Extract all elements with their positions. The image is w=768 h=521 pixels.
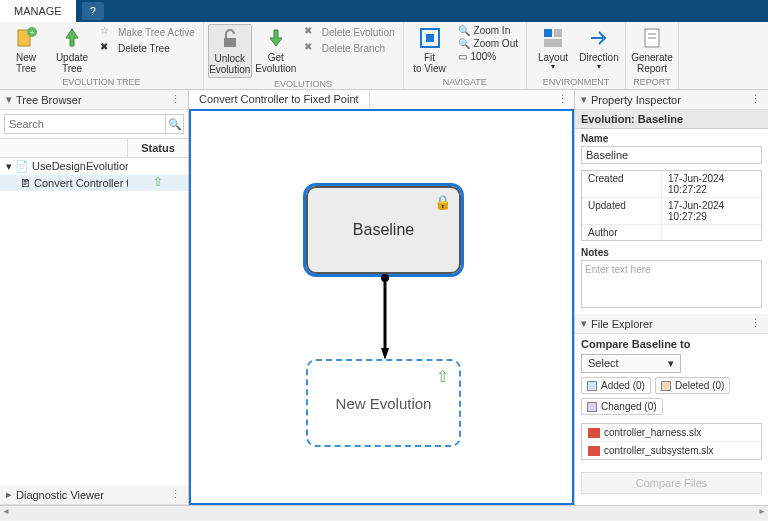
layout-button[interactable]: Layout▾ xyxy=(531,24,575,74)
expand-icon: ▸ xyxy=(6,488,12,501)
simulink-icon xyxy=(588,428,600,438)
fit-icon xyxy=(418,26,442,50)
file-row[interactable]: controller_harness.slx xyxy=(582,424,761,442)
status-column-header: Status xyxy=(128,139,188,157)
properties-table: Created17-Jun-2024 10:27:22 Updated17-Ju… xyxy=(581,170,762,241)
zoom-100-button[interactable]: ▭100% xyxy=(454,50,522,63)
make-tree-active-button[interactable]: ☆Make Tree Active xyxy=(96,24,199,40)
panel-menu-icon[interactable]: ⋮ xyxy=(551,90,574,109)
delete-evolution-button[interactable]: ✖Delete Evolution xyxy=(300,24,399,40)
up-arrow-icon: ⇧ xyxy=(153,175,163,189)
generate-report-button[interactable]: Generate Report xyxy=(630,24,674,76)
star-icon: ☆ xyxy=(100,25,114,39)
search-input[interactable] xyxy=(4,114,166,134)
panel-menu-icon[interactable]: ⋮ xyxy=(750,93,762,106)
connector-arrow xyxy=(381,274,389,360)
horizontal-scrollbar[interactable] xyxy=(0,505,768,519)
new-tree-button[interactable]: + New Tree xyxy=(4,24,48,76)
panel-menu-icon[interactable]: ⋮ xyxy=(170,93,182,106)
group-label: REPORT xyxy=(630,76,674,87)
changed-badge[interactable]: Changed (0) xyxy=(581,398,663,415)
delete-tree-button[interactable]: ✖Delete Tree xyxy=(96,40,199,56)
group-label: EVOLUTIONS xyxy=(208,78,399,89)
update-tree-icon xyxy=(60,26,84,50)
diagnostic-viewer-header[interactable]: ▸ Diagnostic Viewer ⋮ xyxy=(0,485,188,505)
added-badge[interactable]: Added (0) xyxy=(581,377,651,394)
delete-icon: ✖ xyxy=(100,41,114,55)
evolution-canvas[interactable]: 🔒 Baseline ⇧ New Evolution xyxy=(189,109,574,505)
direction-icon xyxy=(587,26,611,50)
delete-branch-icon: ✖ xyxy=(304,41,318,55)
svg-rect-8 xyxy=(544,39,562,47)
new-evolution-label: New Evolution xyxy=(336,395,432,412)
evolution-subheader: Evolution: Baseline xyxy=(575,110,768,129)
chevron-down-icon: ▾ xyxy=(668,357,674,370)
baseline-label: Baseline xyxy=(353,221,414,239)
notes-field[interactable]: Enter text here xyxy=(581,260,762,308)
zoom-out-button[interactable]: 🔍Zoom Out xyxy=(454,37,522,50)
collapse-icon[interactable]: ▾ xyxy=(6,93,12,106)
compare-files-button: Compare Files xyxy=(581,472,762,494)
collapse-icon[interactable]: ▾ xyxy=(581,93,587,106)
panel-menu-icon[interactable]: ⋮ xyxy=(170,488,182,501)
zoom-100-icon: ▭ xyxy=(458,51,467,62)
direction-button[interactable]: Direction▾ xyxy=(577,24,621,74)
new-evolution-node[interactable]: ⇧ New Evolution xyxy=(306,359,461,447)
file-explorer-header: ▾ File Explorer ⋮ xyxy=(575,314,768,334)
group-label: NAVIGATE xyxy=(408,76,522,87)
svg-rect-3 xyxy=(224,38,236,47)
svg-text:+: + xyxy=(30,28,35,37)
tree-row[interactable]: ▾ 📄 UseDesignEvolutionMar xyxy=(0,158,188,175)
canvas-tab[interactable]: Convert Controller to Fixed Point xyxy=(189,90,370,108)
zoom-in-button[interactable]: 🔍Zoom In xyxy=(454,24,522,37)
tab-manage[interactable]: MANAGE xyxy=(0,0,76,22)
fit-view-button[interactable]: Fit to View xyxy=(408,24,452,76)
get-evolution-button[interactable]: Get Evolution xyxy=(254,24,298,76)
tree-browser-header: ▾ Tree Browser ⋮ xyxy=(0,90,188,110)
unlock-icon xyxy=(218,27,242,51)
baseline-node[interactable]: 🔒 Baseline xyxy=(306,186,461,274)
notes-label: Notes xyxy=(575,243,768,260)
property-inspector-header: ▾ Property Inspector ⋮ xyxy=(575,90,768,110)
file-list: controller_harness.slx controller_subsys… xyxy=(581,423,762,460)
zoom-out-icon: 🔍 xyxy=(458,38,470,49)
svg-rect-5 xyxy=(426,34,434,42)
compare-select[interactable]: Select▾ xyxy=(581,354,681,373)
layout-icon xyxy=(541,26,565,50)
delete-evo-icon: ✖ xyxy=(304,25,318,39)
update-tree-button[interactable]: Update Tree xyxy=(50,24,94,76)
name-label: Name xyxy=(575,129,768,146)
help-button[interactable]: ? xyxy=(82,2,104,20)
collapse-icon[interactable]: ▾ xyxy=(581,317,587,330)
group-label: ENVIRONMENT xyxy=(531,76,621,87)
unlock-evolution-button[interactable]: Unlock Evolution xyxy=(208,24,252,78)
report-icon xyxy=(640,26,664,50)
canvas-tabs: Convert Controller to Fixed Point ⋮ xyxy=(189,90,574,110)
tree-row[interactable]: 🖹 Convert Controller to⇧ xyxy=(0,175,188,191)
get-icon xyxy=(264,26,288,50)
group-label: EVOLUTION TREE xyxy=(4,76,199,87)
new-tree-icon: + xyxy=(14,26,38,50)
svg-rect-7 xyxy=(554,29,562,37)
lock-icon: 🔒 xyxy=(434,194,451,210)
chevron-down-icon: ▾ xyxy=(551,63,555,72)
file-row[interactable]: controller_subsystem.slx xyxy=(582,442,761,459)
ribbon: + New Tree Update Tree ☆Make Tree Active… xyxy=(0,22,768,90)
search-icon[interactable]: 🔍 xyxy=(166,114,184,134)
simulink-icon xyxy=(588,446,600,456)
compare-label: Compare Baseline to xyxy=(581,338,762,350)
panel-menu-icon[interactable]: ⋮ xyxy=(750,317,762,330)
deleted-badge[interactable]: Deleted (0) xyxy=(655,377,730,394)
zoom-in-icon: 🔍 xyxy=(458,25,470,36)
chevron-down-icon: ▾ xyxy=(597,63,601,72)
name-field[interactable]: Baseline xyxy=(581,146,762,164)
up-arrow-icon: ⇧ xyxy=(436,367,449,386)
delete-branch-button[interactable]: ✖Delete Branch xyxy=(300,40,399,56)
svg-rect-6 xyxy=(544,29,552,37)
